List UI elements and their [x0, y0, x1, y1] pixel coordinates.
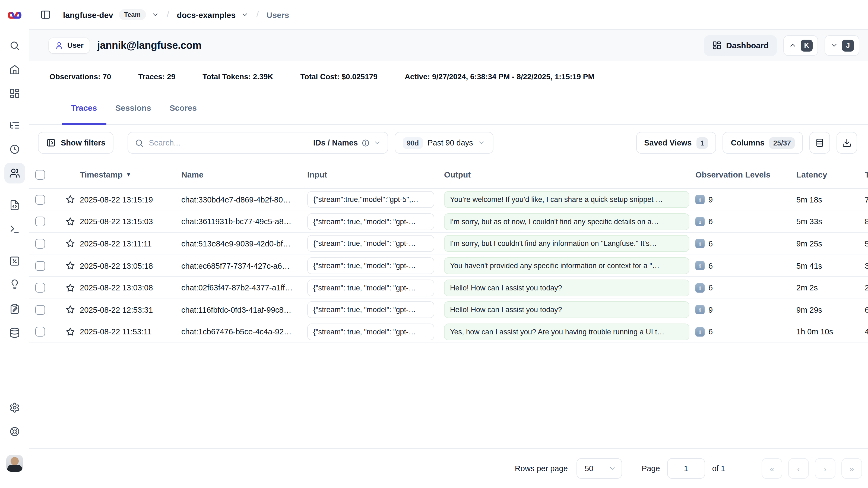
rows-per-page-select[interactable]: 50 — [577, 458, 622, 479]
show-filters-button[interactable]: Show filters — [38, 132, 114, 154]
column-header-timestamp[interactable]: Timestamp ▼ — [79, 170, 179, 179]
search-input[interactable] — [149, 139, 308, 147]
column-header-name[interactable]: Name — [179, 170, 304, 179]
sidebar-item-insights[interactable] — [4, 274, 25, 295]
cell-output-chip[interactable]: Hello! How can I assist you today? — [444, 302, 689, 318]
row-checkbox[interactable] — [35, 283, 45, 293]
prev-page-button[interactable]: ‹ — [788, 458, 809, 479]
date-range-badge: 90d — [403, 137, 423, 149]
cell-input-chip[interactable]: {"stream": true, "model": "gpt-… — [307, 257, 434, 274]
row-checkbox[interactable] — [35, 327, 45, 337]
cell-input-chip[interactable]: {"stream":true,"model":"gpt-5",… — [307, 191, 434, 208]
cell-output-chip[interactable]: You haven't provided any specific inform… — [444, 257, 689, 274]
sidebar-item-playground[interactable] — [4, 219, 25, 239]
cell-latency: 5m 33s — [792, 217, 860, 226]
star-icon[interactable] — [65, 194, 75, 205]
column-header-input[interactable]: Input — [304, 170, 440, 179]
cell-input-chip[interactable]: {"stream": true, "model": "gpt-… — [307, 279, 434, 296]
columns-button[interactable]: Columns 25/37 — [723, 132, 803, 154]
column-header-overflow[interactable]: T — [860, 170, 868, 179]
page-label: Page — [642, 464, 660, 473]
sidebar-item-tracing[interactable] — [4, 115, 25, 136]
table-empty-space — [29, 343, 868, 448]
star-icon[interactable] — [65, 327, 75, 337]
sidebar-toggle-button[interactable] — [40, 9, 51, 20]
table-row[interactable]: 2025-08-22 13:15:19 chat:330bd4e7-d869-4… — [29, 189, 868, 211]
cell-output-chip[interactable]: Yes, how can I assist you? Are you havin… — [444, 324, 689, 340]
info-level-icon: i — [695, 239, 705, 248]
stat-active-range: Active: 9/27/2024, 6:38:34 PM - 8/22/202… — [405, 72, 594, 81]
tab-traces[interactable]: Traces — [62, 91, 106, 124]
row-checkbox[interactable] — [35, 217, 45, 226]
date-range-button[interactable]: 90d Past 90 days — [395, 132, 493, 154]
page-number-input[interactable] — [667, 458, 705, 479]
cell-overflow: 3 — [860, 262, 868, 270]
row-checkbox[interactable] — [35, 239, 45, 249]
evaluations-icon — [9, 256, 20, 267]
project-switcher[interactable] — [151, 11, 159, 19]
select-all-checkbox[interactable] — [35, 170, 45, 179]
search-scope-selector[interactable]: IDs / Names — [313, 139, 381, 147]
cell-output-chip[interactable]: I'm sorry, but I couldn't find any infor… — [444, 235, 689, 252]
sidebar-item-sessions[interactable] — [4, 139, 25, 160]
cell-output-chip[interactable]: You’re welcome! If you’d like, I can sha… — [444, 191, 689, 208]
breadcrumb-project[interactable]: langfuse-dev — [63, 10, 113, 19]
sidebar-item-prompts[interactable] — [4, 195, 25, 215]
column-header-observation-levels[interactable]: Observation Levels — [693, 170, 792, 179]
cell-input-chip[interactable]: {"stream": true, "model": "gpt-… — [307, 235, 434, 252]
sidebar-item-support[interactable] — [4, 421, 25, 442]
page-title: jannik@langfuse.com — [97, 39, 202, 51]
column-header-latency[interactable]: Latency — [792, 170, 860, 179]
next-page-button[interactable]: › — [815, 458, 835, 479]
breadcrumb-environment[interactable]: docs-examples — [177, 10, 236, 19]
table-row[interactable]: 2025-08-22 13:05:18 chat:ec685f77-7374-4… — [29, 255, 868, 277]
table-row[interactable]: 2025-08-22 13:11:11 chat:513e84e9-9039-4… — [29, 233, 868, 255]
row-checkbox[interactable] — [35, 305, 45, 315]
sidebar-item-users[interactable] — [4, 163, 25, 183]
first-page-button[interactable]: « — [762, 458, 782, 479]
row-height-button[interactable] — [809, 132, 830, 154]
sidebar-item-datasets[interactable] — [4, 323, 25, 343]
column-header-output[interactable]: Output — [440, 170, 693, 179]
saved-views-button[interactable]: Saved Views 1 — [636, 132, 716, 154]
star-icon[interactable] — [65, 239, 75, 249]
cell-input-chip[interactable]: {"stream": true, "model": "gpt-… — [307, 213, 434, 230]
environment-switcher[interactable] — [241, 11, 249, 19]
cell-timestamp: 2025-08-22 13:03:08 — [79, 283, 179, 292]
info-level-icon: i — [695, 283, 705, 292]
sidebar-item-settings[interactable] — [4, 397, 25, 418]
sidebar-item-search[interactable] — [4, 35, 25, 56]
export-button[interactable] — [837, 132, 857, 154]
table-row[interactable]: 2025-08-22 13:15:03 chat:3611931b-bc77-4… — [29, 211, 868, 233]
last-page-button[interactable]: » — [841, 458, 862, 479]
star-icon[interactable] — [65, 217, 75, 227]
sidebar-item-dashboards[interactable] — [4, 83, 25, 104]
sidebar-item-annotation[interactable] — [4, 299, 25, 319]
tab-scores[interactable]: Scores — [160, 91, 206, 124]
dashboard-button[interactable]: Dashboard — [704, 35, 777, 56]
cell-output-chip[interactable]: I'm sorry, but as of now, I couldn't fin… — [444, 213, 689, 230]
cell-overflow: 8 — [860, 217, 868, 226]
star-icon[interactable] — [65, 261, 75, 271]
breadcrumb-separator: / — [164, 9, 171, 20]
cell-timestamp: 2025-08-22 11:53:11 — [79, 328, 179, 336]
prev-user-button[interactable]: K — [783, 35, 818, 56]
table-row[interactable]: 2025-08-22 12:53:31 chat:116fbfdc-0fd3-4… — [29, 299, 868, 321]
breadcrumb-bar: langfuse-dev Team / docs-examples / User… — [29, 0, 868, 30]
row-checkbox[interactable] — [35, 195, 45, 205]
cell-output-chip[interactable]: Hello! How can I assist you today? — [444, 279, 689, 296]
table-row[interactable]: 2025-08-22 11:53:11 chat:1cb67476-b5ce-4… — [29, 321, 868, 343]
star-icon[interactable] — [65, 282, 75, 293]
sidebar-item-home[interactable] — [4, 59, 25, 80]
user-avatar[interactable] — [6, 455, 23, 472]
tab-sessions[interactable]: Sessions — [106, 91, 160, 124]
sidebar-item-evaluations[interactable] — [4, 251, 25, 271]
row-checkbox[interactable] — [35, 261, 45, 271]
langfuse-logo[interactable] — [7, 8, 22, 23]
star-icon[interactable] — [65, 305, 75, 315]
sessions-icon — [9, 144, 20, 155]
cell-input-chip[interactable]: {"stream": true, "model": "gpt-… — [307, 324, 434, 340]
table-row[interactable]: 2025-08-22 13:03:08 chat:02f63f47-87b2-4… — [29, 277, 868, 299]
next-user-button[interactable]: J — [825, 35, 859, 56]
cell-input-chip[interactable]: {"stream": true, "model": "gpt-… — [307, 302, 434, 318]
